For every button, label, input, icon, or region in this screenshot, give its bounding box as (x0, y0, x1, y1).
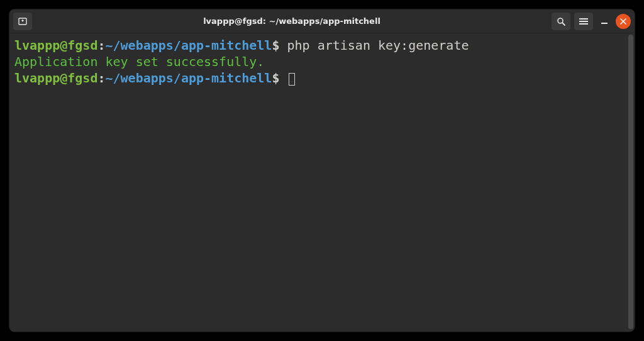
new-tab-icon (18, 16, 28, 26)
prompt-path: ~/webapps/app-mitchell (106, 38, 272, 53)
close-button[interactable] (616, 14, 631, 29)
terminal-body[interactable]: lvappp@fgsd:~/webapps/app-mitchell$ php … (9, 33, 635, 332)
terminal-line: lvappp@fgsd:~/webapps/app-mitchell$ (14, 70, 630, 86)
prompt-user-host: lvappp@fgsd (14, 38, 97, 53)
prompt-separator: : (97, 70, 105, 86)
window-title: lvappp@fgsd: ~/webapps/app-mitchell (36, 16, 548, 26)
svg-line-4 (562, 23, 565, 25)
cursor (289, 73, 295, 86)
new-tab-button[interactable] (13, 13, 32, 30)
titlebar: lvappp@fgsd: ~/webapps/app-mitchell (9, 9, 635, 33)
svg-rect-2 (22, 20, 23, 21)
terminal-line: lvappp@fgsd:~/webapps/app-mitchell$ php … (14, 37, 630, 53)
prompt-separator: : (97, 38, 105, 53)
prompt-user-host: lvappp@fgsd (14, 70, 97, 86)
terminal-output: Application key set successfully. (14, 53, 630, 70)
minimize-button[interactable] (597, 14, 612, 29)
command-text (279, 38, 287, 53)
prompt-path: ~/webapps/app-mitchell (106, 70, 272, 86)
hamburger-icon (579, 18, 588, 25)
command-text: php artisan key:generate (287, 38, 469, 53)
prompt-symbol: $ (272, 38, 279, 53)
search-button[interactable] (552, 13, 570, 30)
scrollbar[interactable] (628, 35, 633, 329)
search-icon (556, 16, 566, 26)
close-icon (620, 18, 626, 25)
menu-button[interactable] (574, 13, 593, 30)
prompt-symbol: $ (272, 70, 279, 86)
terminal-window: lvappp@fgsd: ~/webapps/app-mitchell lvap… (9, 9, 635, 332)
